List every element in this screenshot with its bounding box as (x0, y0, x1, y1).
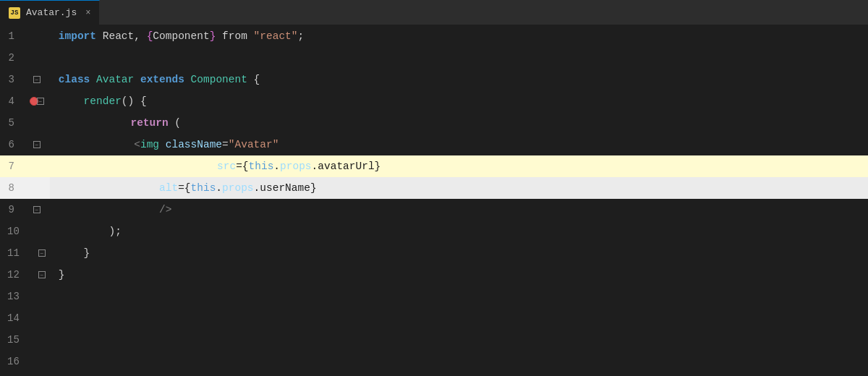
js-file-icon: JS (9, 7, 20, 19)
table-row: 2 (0, 47, 50, 69)
line-number-4: 4 (0, 90, 29, 112)
gutter-cell-7 (29, 155, 45, 177)
table-row: 13 (0, 286, 50, 307)
gutter-cell-5 (29, 112, 45, 134)
code-line-2 (50, 47, 868, 69)
table-row: 11 − (0, 242, 50, 264)
code-line-10: ); (50, 221, 868, 242)
table-row: 16 (0, 351, 50, 372)
code-line-16 (50, 351, 868, 372)
gutter-cell-16 (34, 351, 50, 372)
code-line-16-content (56, 351, 59, 372)
line-number-9: 9 (0, 199, 29, 221)
gutter-cell-15 (34, 329, 50, 351)
code-line-6-content: < img className = "Avatar" (56, 134, 279, 155)
gutter-cell-1 (29, 25, 45, 47)
table-row: 3 − (0, 69, 50, 90)
gutter-cell-11[interactable]: − (34, 242, 50, 264)
table-row: 5 (0, 112, 50, 134)
line-number-11: 11 (0, 242, 34, 264)
line-number-5: 5 (0, 112, 29, 134)
gutter-cell-8 (29, 177, 45, 199)
table-row: 7 (0, 155, 50, 177)
code-line-14 (50, 307, 868, 329)
line-number-16: 16 (0, 351, 34, 372)
fold-icon-11[interactable]: − (38, 249, 46, 257)
table-row: 8 (0, 177, 50, 199)
code-line-1: import React, { Component } from "react"… (50, 25, 868, 47)
fold-icon-4[interactable]: − (37, 98, 44, 105)
gutter-cell-2 (29, 47, 45, 69)
code-editor[interactable]: import React, { Component } from "react"… (50, 25, 868, 376)
keyword-import: import (59, 30, 96, 42)
table-row: 15 (0, 329, 50, 351)
line-number-14: 14 (0, 307, 34, 329)
tab-avatar-js[interactable]: JS Avatar.js × (0, 0, 100, 25)
line-number-7: 7 (0, 155, 29, 177)
tab-close-button[interactable]: × (85, 8, 90, 18)
fold-icon-3[interactable]: − (33, 76, 41, 83)
line-number-12: 12 (0, 264, 34, 286)
code-line-11: } (50, 242, 868, 264)
fold-icon-12[interactable]: − (38, 271, 46, 278)
gutter-cell-4: − (29, 90, 45, 112)
gutter-cell-9[interactable]: − (29, 199, 45, 221)
table-row: 6 − (0, 134, 50, 155)
table-row: 12 − (0, 264, 50, 286)
code-line-12: } (50, 264, 868, 286)
code-line-11-content: } (56, 242, 90, 264)
code-line-2-content (56, 47, 59, 69)
gutter-cell-3[interactable]: − (29, 69, 45, 90)
table-row: 9 − (0, 199, 50, 221)
table-row: 4 − (0, 90, 50, 112)
line-number-8: 8 (0, 177, 29, 199)
code-line-13-content (56, 286, 59, 307)
gutter-cell-10 (34, 221, 50, 242)
code-line-7-content: src ={ this . props . avatarUrl } (56, 155, 381, 177)
line-number-2: 2 (0, 47, 29, 69)
line-number-15: 15 (0, 329, 34, 351)
code-line-9-content: /> (56, 199, 172, 221)
code-line-1-content: import React, { Component } from "react"… (56, 25, 304, 47)
table-row: 14 (0, 307, 50, 329)
line-number-13: 13 (0, 286, 34, 307)
code-line-7: src ={ this . props . avatarUrl } (50, 155, 868, 177)
gutter-cell-12[interactable]: − (34, 264, 50, 286)
gutter-cell-6[interactable]: − (29, 134, 45, 155)
code-line-10-content: ); (56, 221, 122, 242)
table-row: 10 (0, 221, 50, 242)
code-line-13 (50, 286, 868, 307)
line-number-10: 10 (0, 221, 34, 242)
tab-bar: JS Avatar.js × (0, 0, 868, 25)
code-line-5-content: return ( (56, 112, 181, 134)
code-area: 1 2 3 − 4 − (0, 25, 868, 376)
tab-label: Avatar.js (26, 7, 77, 18)
code-line-4: ➤ render () { (50, 90, 868, 112)
code-line-3: class Avatar extends Component { (50, 69, 868, 90)
line-number-6: 6 (0, 134, 29, 155)
code-line-9: /> (50, 199, 868, 221)
table-row: 1 (0, 25, 50, 47)
editor-container: JS Avatar.js × 1 2 3 − (0, 0, 868, 376)
code-line-5: return ( (50, 112, 868, 134)
code-line-6: < img className = "Avatar" (50, 134, 868, 155)
code-line-8: alt ={ this . props . userName } (50, 177, 868, 199)
code-line-8-content: alt ={ this . props . userName } (56, 177, 317, 199)
code-line-14-content (56, 307, 59, 329)
fold-icon-6[interactable]: − (33, 141, 41, 148)
code-line-12-content: } (56, 264, 65, 286)
gutter-cell-14 (34, 307, 50, 329)
code-line-15-content (56, 329, 59, 351)
line-number-gutter: 1 2 3 − 4 − (0, 25, 50, 376)
fold-icon-9[interactable]: − (33, 206, 41, 213)
gutter-cell-13 (34, 286, 50, 307)
line-number-3: 3 (0, 69, 29, 90)
line-number-1: 1 (0, 25, 29, 47)
code-line-15 (50, 329, 868, 351)
code-line-4-content: render () { (56, 90, 147, 112)
code-line-3-content: class Avatar extends Component { (56, 69, 260, 90)
